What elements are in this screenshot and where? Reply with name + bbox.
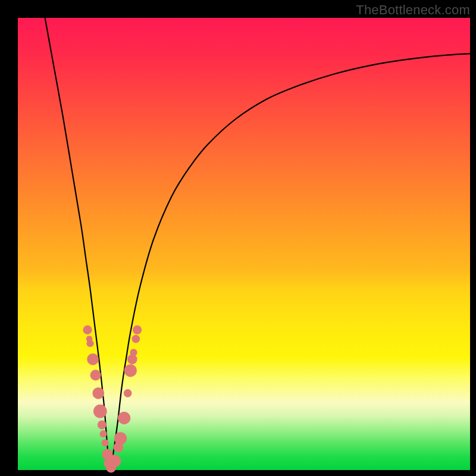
- curve-marker: [108, 455, 121, 467]
- plot-area: [18, 18, 470, 470]
- chart-frame: TheBottleneck.com: [0, 0, 476, 476]
- curve-marker: [93, 405, 107, 418]
- curve-markers: [83, 325, 142, 473]
- curve-marker: [90, 369, 101, 380]
- curve-marker: [118, 412, 130, 424]
- curve-marker: [132, 335, 140, 343]
- curve-marker: [83, 325, 92, 334]
- watermark-text: TheBottleneck.com: [356, 2, 470, 18]
- curve-marker: [102, 439, 109, 446]
- curve-marker: [98, 420, 107, 429]
- curve-marker: [87, 353, 99, 365]
- bottleneck-curve-svg: [18, 18, 470, 470]
- curve-marker: [124, 364, 137, 377]
- curve-marker: [124, 389, 132, 397]
- curve-marker: [114, 432, 127, 444]
- curve-marker: [92, 387, 104, 399]
- curve-marker: [130, 349, 137, 356]
- curve-marker: [87, 340, 94, 347]
- bottleneck-curve-path: [45, 18, 470, 470]
- curve-marker: [100, 430, 107, 437]
- curve-marker: [133, 325, 142, 334]
